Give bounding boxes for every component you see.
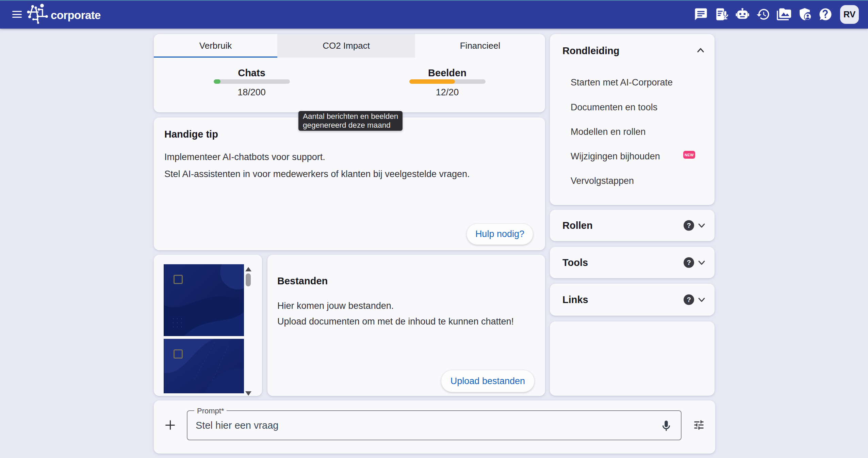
add-icon[interactable]	[165, 420, 175, 430]
user-avatar[interactable]: RV	[840, 5, 859, 24]
usage-card: Verbruik CO2 Impact Financieel Chats 18/…	[154, 34, 545, 112]
chats-progress-bar	[214, 79, 290, 84]
metric-value: 12/20	[436, 86, 459, 98]
rollen-expand-icon[interactable]	[697, 220, 707, 231]
usage-tabs: Verbruik CO2 Impact Financieel	[154, 34, 545, 58]
prompt-field: Prompt*	[187, 410, 682, 440]
links-title: Links	[562, 294, 588, 306]
rollen-help-icon[interactable]: ?	[684, 220, 694, 231]
links-help-icon[interactable]: ?	[684, 295, 694, 305]
new-badge: NEW	[683, 151, 695, 159]
usage-metrics: Chats 18/200 Beelden 12/20	[154, 58, 545, 112]
gallery-scrollbar[interactable]	[246, 273, 251, 286]
prompt-input[interactable]	[187, 411, 681, 440]
metric-beelden: Beelden 12/20	[349, 58, 545, 112]
beelden-progress-bar	[409, 79, 486, 84]
collapse-icon[interactable]	[695, 45, 706, 56]
app-page: corporate	[0, 0, 868, 458]
media-library-icon[interactable]	[777, 7, 791, 21]
tour-item-starten[interactable]: Starten met AI-Corporate	[571, 77, 673, 88]
upload-files-button[interactable]: Upload bestanden	[441, 370, 535, 392]
tab-financieel[interactable]: Financieel	[415, 34, 545, 58]
beelden-progress-fill	[409, 79, 455, 84]
chat-icon[interactable]	[694, 7, 708, 21]
tip-card: Handige tip Implementeer AI-chatbots voo…	[154, 117, 545, 250]
scroll-down-icon[interactable]	[245, 391, 251, 396]
tab-label: Verbruik	[199, 41, 232, 51]
rollen-card: Rollen ?	[550, 210, 715, 241]
tour-item-documenten[interactable]: Documenten en tools	[571, 101, 657, 113]
metric-chats: Chats 18/200	[154, 58, 349, 112]
files-line-2: Upload documenten om met de inhoud te ku…	[277, 316, 514, 327]
tour-title: Rondleiding	[562, 45, 620, 57]
shield-person-icon[interactable]	[798, 7, 812, 21]
tools-help-icon[interactable]: ?	[684, 257, 694, 268]
links-card: Links ?	[550, 284, 715, 316]
robot-icon[interactable]	[735, 7, 750, 21]
document-voice-icon[interactable]	[715, 7, 729, 21]
tab-label: CO2 Impact	[323, 41, 370, 51]
image-2-checkbox[interactable]	[174, 349, 183, 359]
menu-icon[interactable]	[12, 11, 22, 18]
tab-verbruik[interactable]: Verbruik	[154, 34, 277, 58]
chats-progress-fill	[214, 79, 220, 84]
files-line-1: Hier komen jouw bestanden.	[277, 300, 394, 312]
help-button[interactable]: Hulp nodig?	[466, 223, 533, 245]
metric-label: Chats	[238, 67, 265, 79]
files-title: Bestanden	[277, 275, 328, 287]
generated-image-2[interactable]	[164, 339, 244, 393]
links-expand-icon[interactable]	[697, 295, 707, 305]
tab-co2-impact[interactable]: CO2 Impact	[277, 34, 415, 58]
microphone-icon[interactable]	[660, 420, 673, 432]
tune-icon[interactable]	[693, 419, 705, 431]
tour-card: Rondleiding Starten met AI-Corporate Doc…	[550, 34, 715, 205]
tour-item-vervolgstappen[interactable]: Vervolgstappen	[571, 175, 634, 187]
tip-line-2: Stel AI-assistenten in voor medewerkers …	[164, 168, 470, 180]
app-header: corporate	[0, 0, 868, 29]
tools-card: Tools ?	[550, 247, 715, 278]
metric-label: Beelden	[428, 67, 466, 79]
brand-logo[interactable]: corporate	[26, 2, 101, 27]
tools-title: Tools	[562, 256, 588, 269]
tip-title: Handige tip	[164, 128, 218, 140]
tooltip-line-2: gegenereerd deze maand	[303, 121, 398, 130]
prompt-bar: Prompt*	[154, 400, 715, 454]
usage-tooltip: Aantal berichten en beelden gegenereerd …	[298, 111, 403, 131]
history-icon[interactable]	[756, 7, 770, 21]
brand-text: corporate	[51, 9, 101, 22]
scroll-up-icon[interactable]	[245, 267, 251, 271]
files-card: Bestanden Hier komen jouw bestanden. Upl…	[267, 255, 545, 396]
tip-line-1: Implementeer AI-chatbots voor support.	[164, 151, 325, 163]
rollen-title: Rollen	[562, 219, 593, 232]
ai-molecule-logo-icon	[26, 2, 50, 27]
tooltip-line-1: Aantal berichten en beelden	[303, 112, 398, 121]
help-icon[interactable]	[818, 7, 833, 21]
header-actions: RV	[694, 0, 859, 29]
tools-expand-icon[interactable]	[697, 257, 707, 268]
empty-panel-card	[550, 321, 715, 396]
gallery-card	[154, 255, 262, 396]
tour-item-modellen[interactable]: Modellen en rollen	[571, 126, 646, 138]
metric-value: 18/200	[238, 86, 266, 98]
tab-label: Financieel	[460, 41, 501, 51]
tour-item-wijzigingen[interactable]: Wijzigingen bijhouden	[571, 151, 660, 162]
image-1-checkbox[interactable]	[174, 275, 183, 284]
